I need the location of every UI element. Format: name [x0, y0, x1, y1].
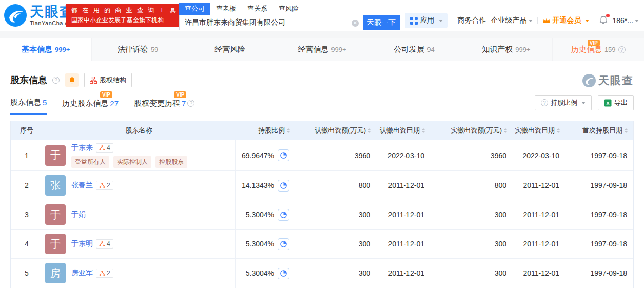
subscribed-amount: 300: [297, 259, 378, 288]
slogan-line1: 都 在 用 的 商 业 查 询 工 具: [71, 7, 178, 15]
col-paid-amount[interactable]: 实缴出资额(万元): [432, 126, 514, 135]
search-tab-relation[interactable]: 查关系: [242, 3, 273, 15]
relation-count-badge[interactable]: 4: [96, 143, 113, 153]
apps-label: 应用: [420, 16, 435, 25]
search-tab-risk[interactable]: 查风险: [273, 3, 304, 15]
paid-date: 2011-12-01: [514, 230, 567, 258]
first-holding-date: 1997-09-18: [567, 230, 634, 258]
help-icon: ?: [541, 99, 548, 106]
help-icon[interactable]: ?: [618, 46, 626, 53]
tianyancha-logo[interactable]: 天眼查 TianYanCha.com: [4, 4, 76, 27]
vip-badge: VIP: [588, 40, 600, 46]
tag-controlling-shareholder[interactable]: 控股股东: [155, 156, 187, 168]
org-chart-icon: [90, 77, 97, 84]
avatar: 于: [45, 204, 66, 225]
sort-icon[interactable]: [503, 128, 508, 133]
subtab-equity-change-history[interactable]: VIP 股权变更历程 7 ?: [134, 98, 194, 115]
pie-chart-button[interactable]: [278, 180, 289, 192]
account-menu[interactable]: 186*...: [613, 16, 639, 25]
relation-count-badge[interactable]: 2: [96, 181, 113, 190]
tab-operational-risk[interactable]: 经营风险: [184, 38, 276, 61]
apps-menu[interactable]: 应用: [405, 13, 448, 28]
top-header: 天眼查 TianYanCha.com 都 在 用 的 商 业 查 询 工 具 国…: [0, 0, 644, 31]
clear-icon[interactable]: ✕: [352, 20, 359, 27]
row-seq: 3: [11, 211, 43, 219]
holding-ratio: 5.3004%: [246, 240, 274, 248]
tab-business-info[interactable]: 经营信息 999+: [276, 38, 368, 61]
first-holding-date: 1997-09-18: [567, 259, 634, 288]
tab-legal-proceedings[interactable]: 法律诉讼 59: [92, 38, 184, 61]
shareholder-name-link[interactable]: 于东来: [71, 143, 93, 153]
holding-ratio: 69.9647%: [242, 151, 274, 160]
help-icon[interactable]: ?: [52, 77, 60, 84]
holding-ratio-filter-button[interactable]: ? 持股比例: [535, 95, 592, 110]
sort-icon[interactable]: [556, 128, 560, 133]
sort-icon[interactable]: [367, 128, 372, 133]
subscribed-date: 2011-12-01: [378, 200, 432, 229]
subscribe-alert-button[interactable]: [65, 73, 79, 87]
shareholder-name-link[interactable]: 房亚军: [71, 269, 93, 278]
pie-chart-button[interactable]: [278, 209, 289, 221]
business-cooperation-link[interactable]: 商务合作: [458, 16, 486, 25]
relation-count-badge[interactable]: 4: [96, 239, 113, 249]
shareholder-section-header: 股东信息 ? 股权结构 天眼查: [10, 72, 634, 88]
tab-basic-info[interactable]: 基本信息 999+: [0, 38, 92, 61]
subtab-shareholders[interactable]: 股东信息 5: [10, 98, 47, 115]
search-tab-boss[interactable]: 查老板: [210, 3, 242, 15]
tab-company-development[interactable]: 公司发展 94: [368, 38, 460, 61]
search-area: 查公司 查老板 查关系 查风险 ✕ 天眼一下: [179, 3, 400, 30]
pie-chart-button[interactable]: [278, 149, 289, 161]
equity-structure-button[interactable]: 股权结构: [84, 73, 132, 87]
paid-amount: 800: [432, 171, 514, 200]
col-subscribed-date[interactable]: 认缴出资日期: [378, 126, 432, 135]
search-input[interactable]: [180, 15, 363, 30]
tab-history-info[interactable]: VIP 历史信息 159 ?: [553, 38, 644, 61]
tag-actual-controller[interactable]: 实际控制人: [113, 156, 151, 168]
col-holding-ratio[interactable]: 持股比例: [235, 126, 297, 135]
avatar: 于: [45, 145, 66, 166]
shareholder-name-link[interactable]: 于娟: [71, 210, 86, 219]
divider: [537, 17, 538, 24]
enterprise-products-menu[interactable]: 企业级产品: [491, 16, 533, 25]
mini-org-icon: [99, 241, 105, 247]
export-button[interactable]: X 导出: [598, 95, 634, 110]
tab-intellectual-property[interactable]: 知识产权 999+: [460, 38, 552, 61]
background-strip: [0, 31, 644, 38]
paid-date: 2011-12-01: [514, 171, 567, 200]
shareholder-name-link[interactable]: 张春兰: [71, 181, 93, 190]
col-paid-date[interactable]: 实缴出资日期: [514, 126, 567, 135]
row-seq: 2: [11, 181, 43, 189]
shareholder-table: 序号 股东名称 持股比例 认缴出资额(万元) 认缴出资日期 实缴出资额(万元) …: [10, 121, 634, 288]
col-subscribed-amount[interactable]: 认缴出资额(万元): [297, 126, 378, 135]
tag-beneficial-owner[interactable]: 受益所有人: [71, 156, 109, 168]
avatar: 房: [45, 263, 66, 283]
search-tab-company[interactable]: 查公司: [179, 3, 210, 15]
help-icon[interactable]: ?: [187, 100, 194, 107]
relation-count-badge[interactable]: 2: [96, 269, 113, 278]
first-holding-date: 1997-09-18: [567, 171, 634, 200]
open-membership-menu[interactable]: 开通会员: [542, 16, 589, 25]
mini-org-icon: [99, 270, 105, 276]
search-button[interactable]: 天眼一下: [363, 15, 400, 30]
avatar: 张: [45, 175, 66, 196]
sort-icon[interactable]: [624, 128, 628, 133]
subscribed-amount: 300: [297, 230, 378, 258]
notifications-button[interactable]: [599, 15, 608, 26]
shareholder-name-link[interactable]: 于东明: [71, 239, 93, 249]
holding-ratio: 14.1343%: [242, 181, 274, 189]
mini-org-icon: [99, 182, 105, 188]
pie-chart-button[interactable]: [278, 268, 289, 279]
notification-dot: [606, 14, 610, 17]
sort-icon[interactable]: [286, 128, 290, 133]
col-first-holding-date[interactable]: 首次持股日期: [567, 126, 634, 135]
pie-chart-button[interactable]: [278, 238, 289, 250]
table-header-row: 序号 股东名称 持股比例 认缴出资额(万元) 认缴出资日期 实缴出资额(万元) …: [11, 121, 633, 140]
col-seq: 序号: [11, 126, 43, 135]
divider: [594, 17, 594, 24]
vip-badge: VIP: [100, 91, 112, 98]
sort-icon[interactable]: [421, 128, 425, 133]
subtab-historical-shareholders[interactable]: VIP 历史股东信息 27: [62, 98, 119, 115]
first-holding-date: 1997-09-18: [567, 200, 634, 229]
holding-ratio-label: 持股比例: [551, 98, 577, 107]
subscribed-date: 2011-12-01: [378, 171, 432, 200]
